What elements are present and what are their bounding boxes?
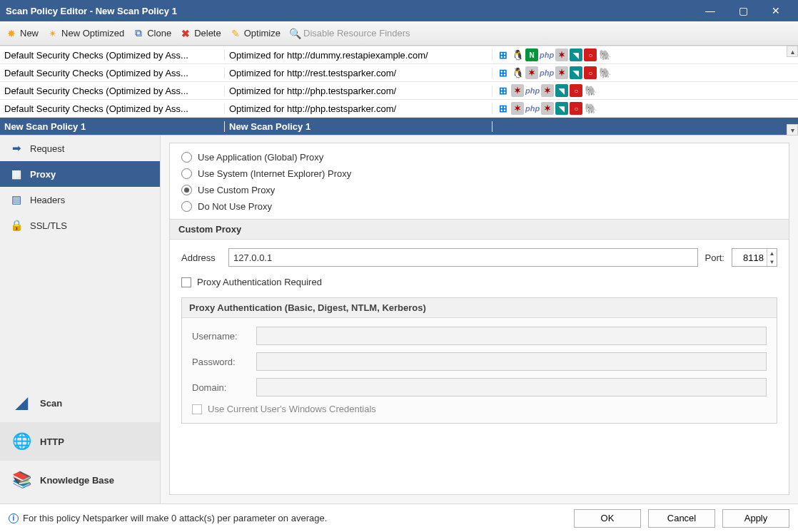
radio-icon (181, 168, 192, 179)
sidebar-item-ssl[interactable]: 🔒 SSL/TLS (0, 213, 160, 238)
address-input[interactable] (228, 248, 698, 267)
scan-icon: ◢ (11, 393, 31, 413)
status-text: For this policy Netsparker will make 0 a… (23, 513, 327, 523)
db-teal-icon: ◥ (570, 66, 582, 79)
wand-new-icon: ✴ (47, 28, 59, 39)
cell-desc: Optimized for http://rest.testsparker.co… (225, 68, 493, 78)
cell-tech: ⊞ ✶ php ✶ ◥ ○ 🐘 (493, 84, 798, 97)
oracle-icon: ○ (570, 84, 582, 97)
postgres-icon: 🐘 (598, 66, 611, 79)
table-row[interactable]: Default Security Checks (Optimized by As… (0, 81, 798, 99)
optimize-button[interactable]: ✎Optimize (230, 28, 281, 39)
sidebar-item-headers[interactable]: ▤ Headers (0, 187, 160, 213)
cell-desc: Optimized for http://php.testsparker.com… (225, 103, 493, 114)
table-row[interactable]: Default Security Checks (Optimized by As… (0, 46, 798, 63)
linux-icon: 🐧 (511, 66, 524, 79)
window-title: Scan Policy Editor - New Scan Policy 1 (6, 6, 694, 16)
scroll-down-button[interactable]: ▾ (787, 124, 798, 135)
db-teal-icon: ◥ (555, 84, 568, 97)
radio-custom-proxy[interactable]: Use Custom Proxy (181, 185, 777, 195)
cancel-button[interactable]: Cancel (648, 509, 715, 528)
sidebar-group-label: HTTP (40, 436, 64, 447)
new-optimized-button[interactable]: ✴New Optimized (47, 28, 124, 39)
globe-icon: 🌐 (11, 431, 31, 451)
port-input[interactable] (732, 249, 767, 266)
minimize-button[interactable]: — (694, 0, 727, 21)
sidebar-group-kb[interactable]: 📚 Knowledge Base (0, 461, 160, 499)
cell-tech: ⊞ 🐧 N php ✶ ◥ ○ 🐘 (493, 48, 798, 61)
password-input[interactable] (256, 352, 767, 371)
sidebar-item-proxy[interactable]: ▦ Proxy (0, 161, 160, 187)
clone-button[interactable]: ⧉Clone (133, 28, 171, 39)
cell-tech: ⊞ ✶ php ✶ ◥ ○ 🐘 (493, 102, 798, 115)
sidebar-group-http[interactable]: 🌐 HTTP (0, 422, 160, 461)
radio-no-proxy[interactable]: Do Not Use Proxy (181, 201, 777, 212)
password-label: Password: (192, 357, 249, 367)
delete-button[interactable]: ✖Delete (180, 28, 221, 39)
scroll-up-button[interactable]: ▴ (787, 46, 798, 57)
radio-system-proxy[interactable]: Use System (Internet Explorer) Proxy (181, 168, 777, 179)
table-row[interactable]: Default Security Checks (Optimized by As… (0, 63, 798, 81)
port-label: Port: (705, 252, 724, 263)
sidebar: ➡ Request ▦ Proxy ▤ Headers 🔒 SSL/TLS ◢ … (0, 135, 161, 503)
sidebar-item-request[interactable]: ➡ Request (0, 135, 160, 161)
cell-name: Default Security Checks (Optimized by As… (0, 68, 225, 78)
apache-icon: ✶ (541, 102, 554, 115)
close-button[interactable]: ✕ (759, 0, 792, 21)
oracle-icon: ○ (570, 102, 582, 115)
apply-button[interactable]: Apply (722, 509, 789, 528)
use-win-creds-checkbox[interactable]: Use Current User's Windows Credentials (192, 404, 767, 414)
cell-desc: Optimized for http://dummy.restapiexampl… (225, 50, 493, 61)
proxy-icon: ▦ (10, 168, 23, 180)
auth-required-checkbox[interactable]: Proxy Authentication Required (181, 277, 777, 287)
postgres-icon: 🐘 (598, 48, 611, 61)
cell-desc: New Scan Policy 1 (225, 121, 493, 132)
table-row[interactable]: Default Security Checks (Optimized by As… (0, 99, 798, 117)
clone-icon: ⧉ (133, 28, 144, 39)
windows-icon: ⊞ (497, 102, 510, 115)
php-icon: php (525, 84, 540, 97)
postgres-icon: 🐘 (584, 102, 597, 115)
sidebar-item-label: Proxy (30, 169, 56, 180)
proxy-auth-fieldset: Proxy Authentication (Basic, Digest, NTL… (181, 297, 777, 424)
linux-icon: 🐧 (511, 48, 524, 61)
custom-proxy-header: Custom Proxy (170, 219, 789, 240)
policy-grid-wrap: ▴ Default Security Checks (Optimized by … (0, 46, 798, 135)
radio-label: Use System (Internet Explorer) Proxy (198, 168, 351, 179)
spin-up-icon[interactable]: ▲ (767, 249, 777, 257)
db-teal-icon: ◥ (555, 102, 568, 115)
proxy-panel: Use Application (Global) Proxy Use Syste… (169, 143, 789, 495)
disable-resource-finders-button[interactable]: 🔍Disable Resource Finders (289, 28, 410, 39)
cell-name: Default Security Checks (Optimized by As… (0, 50, 225, 61)
username-input[interactable] (256, 327, 767, 345)
new-button[interactable]: ✸New (6, 28, 39, 39)
domain-label: Domain: (192, 382, 249, 393)
nginx-icon: N (525, 48, 538, 61)
radio-label: Do Not Use Proxy (198, 201, 272, 212)
cell-desc: Optimized for http://php.testsparker.com… (225, 86, 493, 96)
sidebar-group-label: Scan (40, 398, 62, 409)
apache-icon: ✶ (541, 84, 554, 97)
apache-icon: ✶ (525, 66, 538, 79)
checkbox-icon (192, 404, 202, 414)
maximize-button[interactable]: ▢ (727, 0, 759, 21)
request-icon: ➡ (10, 142, 23, 155)
port-stepper[interactable]: ▲▼ (732, 248, 777, 267)
sidebar-item-label: Headers (30, 195, 65, 205)
cell-tech: ⊞ 🐧 ✶ php ✶ ◥ ○ 🐘 (493, 66, 798, 79)
title-bar: Scan Policy Editor - New Scan Policy 1 —… (0, 0, 798, 21)
address-label: Address (181, 252, 221, 263)
radio-global-proxy[interactable]: Use Application (Global) Proxy (181, 152, 777, 163)
oracle-icon: ○ (584, 48, 597, 61)
sidebar-group-scan[interactable]: ◢ Scan (0, 384, 160, 422)
table-row-selected[interactable]: New Scan Policy 1 New Scan Policy 1 (0, 117, 798, 135)
policy-grid[interactable]: Default Security Checks (Optimized by As… (0, 46, 798, 135)
ok-button[interactable]: OK (574, 509, 641, 528)
php-icon: php (540, 48, 554, 61)
postgres-icon: 🐘 (584, 84, 597, 97)
spin-down-icon[interactable]: ▼ (767, 257, 777, 266)
username-label: Username: (192, 331, 249, 342)
sidebar-group-label: Knowledge Base (40, 475, 114, 486)
domain-input[interactable] (256, 378, 767, 397)
radio-icon (181, 201, 192, 212)
